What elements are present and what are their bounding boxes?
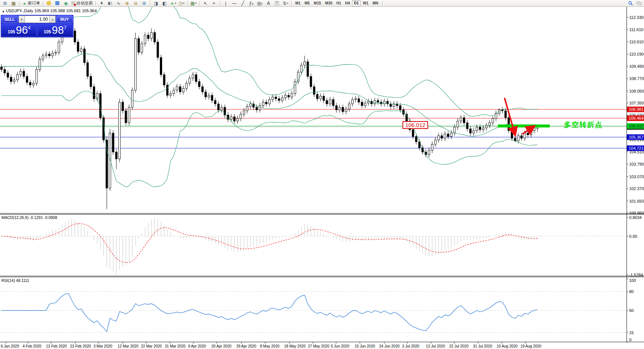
metaeditor-icon[interactable] [53, 0, 61, 6]
timeframe-button-m1[interactable]: M1 [293, 0, 302, 6]
timeframe-button-m5[interactable]: M5 [303, 0, 312, 6]
date-label: 15 Jun 2020 [355, 344, 375, 348]
date-label: 3 Mar 2020 [93, 344, 112, 348]
autotrading-label: 自动交易 [76, 0, 93, 6]
date-label: 29 Apr 2020 [236, 344, 256, 348]
turning-point-bar [498, 124, 550, 127]
chart-shift-icon[interactable]: ◧ [161, 0, 168, 6]
bid-quote[interactable]: 105 96 4 [1, 24, 37, 37]
buy-button[interactable]: BUY [56, 16, 73, 23]
date-label: 8 May 2020 [260, 344, 280, 348]
line-chart-icon[interactable]: ∿ [115, 0, 122, 6]
crosshair-icon[interactable]: + [210, 0, 218, 6]
ask-quote[interactable]: 105 98 7 [37, 24, 73, 37]
search-icon[interactable] [627, 0, 634, 6]
date-label: 5 Jun 2020 [331, 344, 349, 348]
price-annotation-box[interactable]: 106.012 [402, 121, 428, 129]
candlestick-chart-icon[interactable]: ▮▯ [106, 0, 114, 6]
date-label: 18 May 2020 [284, 344, 306, 348]
periods-icon[interactable]: ◷▾ [178, 0, 185, 6]
timeframe-group: M1M5M15M30H1H4D1W1MN [293, 0, 380, 6]
price-tick-label: 109.490 [629, 64, 644, 69]
price-tick-label: 100.950 [629, 211, 644, 215]
horizontal-line-icon[interactable]: — [230, 0, 238, 6]
price-tick-label: 108.770 [629, 76, 644, 81]
svg-text:106.981: 106.981 [629, 107, 644, 112]
price-tick-label: 110.190 [629, 52, 644, 56]
toolbar-separator [43, 1, 43, 6]
vertical-line-icon[interactable]: | [222, 0, 230, 6]
price-tick-label: 103.070 [629, 174, 644, 179]
tile-windows-icon[interactable]: ⊞ [140, 0, 148, 6]
price-tick-label: 103.790 [629, 162, 644, 166]
timeframe-button-m15[interactable]: M15 [312, 0, 323, 6]
auto-scroll-icon[interactable]: ◨ [152, 0, 160, 6]
volume-stepper: ▼ 1.00 ▲ [19, 16, 56, 23]
one-click-trading-panel: SELL ▼ 1.00 ▲ BUY 105 96 4 105 98 7 [1, 15, 73, 37]
arrow-tools-icon[interactable]: ⇅▾ [282, 0, 289, 6]
sell-button[interactable]: SELL [1, 16, 18, 23]
timeframe-button-d1[interactable]: D1 [352, 0, 361, 6]
symbol-collapse-icon[interactable]: ▲ [2, 10, 5, 13]
price-tick-label: 107.350 [629, 101, 644, 105]
new-chart-icon[interactable]: ⊞ [1, 0, 9, 6]
date-label: 13 Jul 2020 [426, 344, 445, 348]
rsi-line [1, 293, 538, 332]
fibo-retracement-icon[interactable]: ▦F [256, 0, 264, 6]
date-label: 31 Mar 2020 [165, 344, 186, 348]
macd-signal-line [1, 224, 538, 263]
date-label: 9 Apr 2020 [188, 344, 206, 348]
toolbar-separator [382, 1, 382, 6]
timeframe-button-h1[interactable]: H1 [335, 0, 343, 6]
volume-input[interactable]: 1.00 [25, 16, 49, 23]
price-tick-label: 101.650 [629, 199, 644, 203]
toolbar-separator [150, 1, 150, 6]
price-axis[interactable]: 112.330111.610110.910110.190109.490108.7… [627, 15, 644, 215]
timeframe-button-m30[interactable]: M30 [323, 0, 334, 6]
new-order-button[interactable]: ＋ 新订单 [22, 0, 41, 6]
zoom-in-icon[interactable]: ⊕ [123, 0, 131, 6]
new-order-icon: ＋ [22, 1, 27, 6]
strategy-tester-icon[interactable] [45, 0, 53, 6]
ask-pip-digit: 7 [64, 25, 66, 30]
horizontal-level-lines[interactable] [0, 109, 627, 148]
price-tick-label: 111.610 [629, 27, 643, 32]
timeframe-button-h4[interactable]: H4 [344, 0, 352, 6]
text-tool-icon[interactable]: A [264, 0, 272, 6]
symbol-data-window: ▲USDJPY-,Daily 105.869 105.988 105.681 1… [2, 9, 97, 13]
volume-decrease-button[interactable]: ▼ [19, 16, 25, 23]
trendline-icon[interactable]: ╱ [239, 0, 247, 6]
templates-icon[interactable]: ▦▾ [190, 0, 197, 6]
macd-indicator-label: MACD(12,26,9) -0.1291 -0.0908 [1, 215, 57, 220]
signals-icon[interactable]: ◉ [62, 0, 70, 6]
date-label: 22 Jul 2020 [449, 344, 469, 348]
timeframe-button-mn[interactable]: MN [371, 0, 380, 6]
rsi-indicator-label: RSI(14) 48.1111 [1, 278, 29, 283]
macd-axis[interactable]: 0.80340.00-1.5784 [627, 215, 643, 277]
text-label-icon[interactable]: T [273, 0, 281, 6]
bar-chart-icon[interactable]: ılı [98, 0, 105, 6]
autotrading-button[interactable]: 自动交易 [70, 0, 93, 6]
macd-tick-label: 0.00 [629, 234, 637, 239]
chart-canvas[interactable]: 112.330111.610110.910110.190109.490108.7… [0, 0, 644, 349]
chat-icon[interactable] [635, 0, 643, 6]
new-order-label: 新订单 [28, 0, 40, 6]
price-tick-label: 112.330 [629, 15, 644, 20]
bid-big-digits: 96 [16, 25, 28, 36]
date-axis[interactable]: 6 Jan 20204 Feb 202013 Feb 202023 Feb 20… [1, 342, 542, 348]
toolbar-separator [95, 1, 96, 6]
rsi-axis[interactable]: 1008050150 [627, 278, 636, 342]
rsi-tick-label: 0 [629, 338, 631, 342]
fibo-expansion-icon[interactable]: ƒE [247, 0, 255, 6]
cursor-icon[interactable]: ↖ [201, 0, 209, 6]
price-tick-label: 102.370 [629, 186, 644, 191]
date-label: 27 May 2020 [308, 344, 329, 348]
zoom-out-icon[interactable]: ⊖ [132, 0, 139, 6]
turning-point-annotation[interactable]: 多空转折点 [564, 120, 603, 130]
toolbar-separator [19, 1, 20, 6]
rsi-gridlines [0, 292, 627, 333]
timeframe-button-w1[interactable]: W1 [361, 0, 370, 6]
volume-increase-button[interactable]: ▲ [49, 16, 56, 23]
indicators-icon[interactable]: ＋▾ [169, 0, 177, 6]
profiles-icon[interactable]: ▦ [10, 0, 17, 6]
